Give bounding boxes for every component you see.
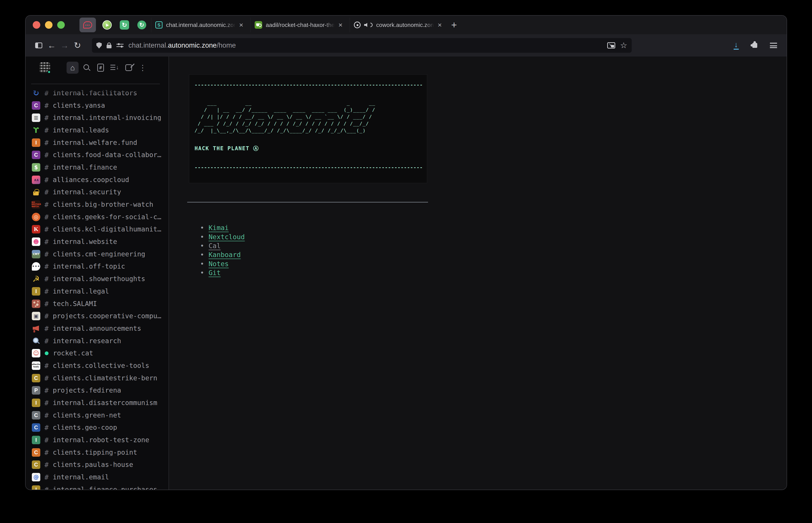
link-notes[interactable]: Notes (209, 260, 229, 267)
picture-in-picture-icon[interactable] (607, 42, 615, 49)
channel-item-clients.tipping-point[interactable]: C#clients.tipping-point (25, 446, 168, 459)
zoom-window-button[interactable] (57, 21, 65, 29)
reload-button[interactable]: ↻ (71, 38, 84, 53)
sort-button[interactable] (109, 62, 121, 74)
channel-name: internal.finance-purchases (53, 486, 157, 490)
link-git[interactable]: Git (209, 270, 221, 276)
channel-item-internal.website[interactable]: ☻#internal.website (25, 235, 168, 248)
channel-item-internal.internal-invoicing[interactable]: ≣#internal.internal-invoicing (25, 111, 168, 124)
new-tab-button[interactable]: + (451, 20, 457, 30)
permissions-sliders-icon[interactable] (116, 43, 124, 48)
https-lock-icon[interactable] (107, 45, 111, 48)
close-tab-icon[interactable]: × (438, 21, 442, 29)
close-tab-icon[interactable]: × (338, 21, 343, 29)
extensions-button[interactable] (748, 38, 761, 53)
hash-icon: # (43, 188, 50, 196)
tab-chat-internal-autonomic-zone[interactable]: S chat.internal.autonomic.zone - S × (151, 18, 247, 32)
tab-title: cowork.autonomic.zone/ (376, 22, 434, 29)
channel-item-clients.paulas-house[interactable]: C#clients.paulas-house (25, 459, 168, 471)
pinned-tab-play[interactable]: ▶ (101, 18, 113, 32)
dm-item-rocket.cat[interactable]: ☺rocket.cat (25, 347, 168, 359)
channel-item-clients.green-net[interactable]: C#clients.green-net (25, 409, 168, 421)
link-cal[interactable]: Cal (209, 242, 221, 249)
tab-rocket-chat-haxor-theme[interactable]: aadil/rocket-chat-haxor-theme - × (250, 18, 347, 32)
link-kanboard[interactable]: Kanboard (209, 252, 241, 258)
channel-item-clients.cmt-engineering[interactable]: CMT#clients.cmt-engineering (25, 248, 168, 260)
channel-item-internal.welfare.fund[interactable]: I#internal.welfare.fund (25, 137, 168, 149)
create-new-button[interactable] (123, 62, 135, 74)
pinned-tab-sync-square[interactable]: ↻ (118, 18, 131, 32)
channel-name: internal.research (53, 338, 121, 344)
channel-item-clients.geeks-for-social-c…[interactable]: ◎#clients.geeks-for-social-c… (25, 211, 168, 223)
search-button[interactable] (80, 62, 93, 74)
channel-item-tech.SALAMI[interactable]: #tech.SALAMI (25, 297, 168, 310)
close-tab-icon[interactable]: × (239, 21, 243, 29)
message-divider-rule (187, 202, 428, 202)
channel-name: internal.security (53, 189, 121, 195)
app-menu-button[interactable] (767, 38, 780, 53)
channel-avatar-icon (32, 188, 40, 196)
dashed-line-top: ----------------------------------------… (195, 82, 421, 88)
channel-item-internal.finance[interactable]: $#internal.finance (25, 161, 168, 174)
channel-item-internal.email[interactable]: @#internal.email (25, 471, 168, 483)
close-window-button[interactable] (33, 21, 40, 29)
channel-item-clients.collective-tools[interactable]: collective tools#clients.collective-tool… (25, 359, 168, 372)
hash-icon: # (43, 114, 50, 122)
channel-item-internal.disastercommunism[interactable]: I#internal.disastercommunism (25, 397, 168, 409)
channel-item-internal.off-topic[interactable]: •••#internal.off-topic (25, 260, 168, 273)
link-nextcloud[interactable]: Nextcloud (209, 234, 245, 240)
channel-avatar-icon: collective tools (32, 361, 40, 370)
hash-icon: # (43, 250, 50, 258)
url-text: chat.internal.autonomic.zone/home (128, 41, 602, 49)
channel-item-clients.yansa[interactable]: C#clients.yansa (25, 99, 168, 112)
disc-favicon (354, 22, 361, 28)
channel-name: internal.welfare.fund (53, 139, 137, 146)
channel-item-clients.geo-coop[interactable]: C#clients.geo-coop (25, 421, 168, 434)
tab-cowork-autonomic-zone[interactable]: cowork.autonomic.zone/ × (350, 18, 446, 32)
user-avatar[interactable] (39, 62, 50, 73)
channel-item-alliances.coopcloud[interactable]: ∧∧#alliances.coopcloud (25, 174, 168, 186)
channel-item-internal.robot-test-zone[interactable]: I#internal.robot-test-zone (25, 434, 168, 446)
pinned-tab-rocketchat-active[interactable]: ••• (79, 18, 96, 32)
channel-item-internal.legal[interactable]: I#internal.legal (25, 285, 168, 297)
tab-audio-speaker-icon[interactable] (364, 22, 369, 28)
channel-item-internal.research[interactable]: #internal.research (25, 335, 168, 347)
channel-item-internal.showerthoughts[interactable]: ☭#internal.showerthoughts (25, 273, 168, 285)
channel-item-projects.fedirena[interactable]: P#projects.fedirena (25, 384, 168, 397)
downloads-button[interactable]: ↓ (729, 38, 743, 53)
hamburger-icon (770, 43, 777, 48)
channel-item-clients.climatestrike-bern[interactable]: C#clients.climatestrike-bern (25, 372, 168, 384)
channel-item-clients.kcl-digitalhumanit…[interactable]: K#clients.kcl-digitalhumanit… (25, 223, 168, 236)
channel-name: internal.legal (53, 288, 109, 295)
channel-item-clients.food-data-collabor…[interactable]: C#clients.food-data-collabor… (25, 149, 168, 161)
channel-item-internal.leads[interactable]: ϒ#internal.leads (25, 124, 168, 137)
tab-title: chat.internal.autonomic.zone - S (166, 22, 235, 29)
minimize-window-button[interactable] (45, 21, 53, 29)
bullet: • (200, 260, 204, 267)
channel-item-internal.finance-purchases[interactable]: I#internal.finance-purchases (25, 483, 168, 490)
channel-item-clients.big-brother-watch[interactable]: BIG BROTHER WATCH#clients.big-brother-wa… (25, 198, 168, 211)
tab-title: aadil/rocket-chat-haxor-theme - (266, 22, 335, 29)
channel-item-internal.facilitators[interactable]: ↻#internal.facilitators (25, 87, 168, 99)
channel-item-projects.cooperative-compu…[interactable]: ▣#projects.cooperative-compu… (25, 310, 168, 322)
channel-item-internal.security[interactable]: #internal.security (25, 186, 168, 199)
channel-name: clients.climatestrike-bern (53, 375, 157, 381)
url-bar[interactable]: chat.internal.autonomic.zone/home ☆ (92, 38, 632, 53)
sidebar-toggle-button[interactable] (32, 38, 45, 53)
back-button[interactable]: ← (45, 38, 58, 53)
channel-item-internal.announcements[interactable]: #internal.announcements (25, 322, 168, 335)
hash-icon: # (43, 324, 50, 332)
channel-avatar-icon: C (32, 423, 40, 432)
channel-name: clients.paulas-house (53, 461, 133, 468)
forward-button[interactable]: → (58, 38, 71, 53)
home-button[interactable]: ⌂ (67, 62, 78, 74)
hash-icon: # (43, 238, 50, 246)
pinned-tab-sync-circle[interactable]: ↻ (136, 18, 148, 32)
directory-icon: # (97, 64, 104, 72)
hash-icon: # (43, 473, 50, 481)
tracking-protection-shield-icon[interactable] (96, 42, 102, 49)
bookmark-star-icon[interactable]: ☆ (620, 41, 627, 50)
link-kimai[interactable]: Kimai (209, 224, 229, 231)
kebab-menu-button[interactable]: ⋮ (137, 62, 149, 74)
directory-button[interactable]: # (95, 62, 107, 74)
